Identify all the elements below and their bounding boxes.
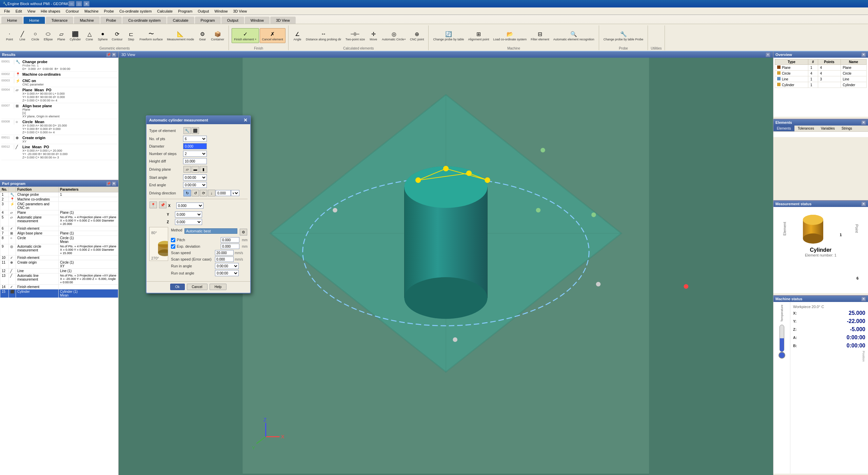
ribbon-tab-tolerance[interactable]: Tolerance bbox=[46, 17, 74, 24]
tool-twopoint[interactable]: ⊣⊢ Two-point size bbox=[344, 29, 367, 42]
3d-view-close-btn[interactable]: ✕ bbox=[766, 52, 770, 57]
drive-dir-4[interactable]: ↓ bbox=[208, 190, 215, 196]
results-content[interactable]: 00001 🔧 Change probe Probe No. 1 D+ 3.00… bbox=[0, 58, 118, 180]
tab-variables[interactable]: Variables bbox=[817, 126, 838, 131]
tool-filter[interactable]: ⊟ Filter element bbox=[529, 29, 551, 42]
menu-calculate[interactable]: Calculate bbox=[154, 8, 175, 14]
pp-row-5[interactable]: 5 ▱ Automatic plane measurement No.of Pt… bbox=[0, 215, 118, 226]
menu-view[interactable]: View bbox=[25, 8, 38, 14]
pp-row-9[interactable]: 9 ◎ Automatic circle measurement No.of P… bbox=[0, 244, 118, 255]
pp-row-15[interactable]: 15 ⬛ Cylinder Cylinder (1)Mean bbox=[0, 289, 118, 298]
num-steps-select[interactable]: 2 bbox=[183, 151, 207, 157]
ribbon-tab-machine[interactable]: Machine bbox=[74, 17, 100, 24]
tool-container[interactable]: 📦 Container bbox=[209, 29, 226, 42]
xyz-icon-2[interactable]: 📌 bbox=[159, 202, 166, 208]
ribbon-tab-active[interactable]: Home bbox=[23, 17, 45, 24]
exp-dev-checkbox[interactable] bbox=[171, 244, 175, 249]
measurement-status-close-btn[interactable]: ✕ bbox=[861, 202, 866, 206]
tool-cylinder[interactable]: ⬛ Cylinder bbox=[68, 29, 83, 42]
scan-speed-error-input[interactable] bbox=[215, 256, 234, 262]
type-icon-2[interactable]: ⬛ bbox=[192, 127, 199, 134]
tool-measurement-mode[interactable]: 📐 Measurement mode bbox=[165, 29, 196, 42]
tool-step[interactable]: ⊏ Step bbox=[125, 29, 137, 42]
z-input[interactable]: 0.000 bbox=[175, 219, 202, 225]
results-pin-btn[interactable]: 📌 bbox=[106, 52, 111, 57]
no-of-pts-select[interactable]: 6 bbox=[183, 136, 207, 142]
drive-dir-2[interactable]: ↺ bbox=[192, 190, 199, 196]
ribbon-tab-window[interactable]: Window bbox=[245, 17, 270, 24]
ribbon-tab-calculate[interactable]: Calculate bbox=[167, 17, 194, 24]
auto-cylinder-dialog[interactable]: Automatic cylinder measurement ✕ Type of… bbox=[146, 115, 251, 293]
pp-row-1[interactable]: 1 🔧 Change probe 1 bbox=[0, 192, 118, 197]
tool-sphere[interactable]: ● Sphere bbox=[96, 29, 110, 42]
partprogram-close-btn[interactable]: ✕ bbox=[112, 181, 116, 186]
plane-btn-1[interactable]: ▱ bbox=[183, 166, 191, 173]
tool-change-probe-table[interactable]: 🔄 Change probe by table bbox=[431, 29, 466, 42]
pp-row-3[interactable]: 3 ⚡ CNC parameters and CNC on bbox=[0, 202, 118, 210]
driving-dir-value[interactable] bbox=[216, 190, 231, 196]
tool-point[interactable]: · Point bbox=[3, 29, 16, 42]
pp-row-13[interactable]: 13 ╱ Automatic line measurement No.of Pt… bbox=[0, 273, 118, 285]
tool-cnc-point[interactable]: ⊕ CNC point bbox=[408, 29, 426, 42]
dialog-close-button[interactable]: ✕ bbox=[243, 117, 248, 123]
elements-close-btn[interactable]: ✕ bbox=[861, 120, 866, 125]
tool-alignment[interactable]: ⊞ Alignment point bbox=[467, 29, 491, 42]
pp-row-4[interactable]: 4 ▱ Plane Plane (1) bbox=[0, 210, 118, 215]
tool-move[interactable]: ✛ Move bbox=[367, 29, 379, 42]
run-in-select[interactable]: 0:00:00 bbox=[215, 263, 239, 269]
results-close-btn[interactable]: ✕ bbox=[112, 52, 116, 57]
ribbon-tab-3dview[interactable]: 3D View bbox=[270, 17, 296, 24]
minimize-button[interactable]: ─ bbox=[68, 1, 75, 6]
ribbon-tab-program[interactable]: Program bbox=[195, 17, 221, 24]
maximize-button[interactable]: □ bbox=[76, 1, 82, 6]
partprogram-content[interactable]: No. Function Parameters 1 🔧 Change probe… bbox=[0, 187, 118, 475]
pitch-input[interactable] bbox=[221, 237, 239, 243]
pp-row-6[interactable]: 6 ✓ Finish element bbox=[0, 226, 118, 231]
tool-cone[interactable]: △ Cone bbox=[83, 29, 96, 42]
pp-row-11[interactable]: 11 ⊕ Create origin Circle (1)XY bbox=[0, 260, 118, 269]
tool-distance[interactable]: ↔ Distance along probing dir bbox=[304, 29, 343, 42]
tool-auto-recognition[interactable]: 🔍 Automatic element recognition bbox=[552, 29, 596, 42]
method-settings[interactable]: ⚙ bbox=[240, 229, 247, 235]
tool-contour[interactable]: ⟳ Contour bbox=[110, 29, 124, 42]
close-button[interactable]: ✕ bbox=[83, 1, 90, 6]
y-input[interactable]: 0.000 bbox=[175, 211, 202, 217]
tool-finish-element[interactable]: ✓ Finish element + bbox=[232, 28, 259, 43]
end-angle-select[interactable]: 0:00:00 bbox=[183, 182, 207, 188]
plane-btn-3[interactable]: ▮ bbox=[200, 166, 207, 173]
pitch-checkbox[interactable] bbox=[171, 238, 175, 242]
menu-probe[interactable]: Probe bbox=[101, 8, 117, 14]
x-input[interactable]: 0.000 bbox=[176, 203, 203, 209]
machine-status-close-btn[interactable]: ✕ bbox=[861, 297, 866, 301]
ribbon-tab-probe[interactable]: Probe bbox=[100, 17, 122, 24]
type-icon-1[interactable]: 🔧 bbox=[183, 127, 191, 134]
pp-row-7[interactable]: 7 ⊞ Align base plane Plane (1) bbox=[0, 231, 118, 236]
tool-freeform[interactable]: 〜 Freeform surface bbox=[138, 29, 165, 42]
tool-line[interactable]: ╱ Line bbox=[16, 29, 28, 42]
menu-contour[interactable]: Contour bbox=[63, 8, 82, 14]
pp-row-14[interactable]: 14 ✓ Finish element bbox=[0, 285, 118, 289]
menu-file[interactable]: File bbox=[1, 8, 13, 14]
tab-strings[interactable]: Strings bbox=[838, 126, 855, 131]
menu-hile[interactable]: Hile shapes bbox=[38, 8, 63, 14]
menu-output[interactable]: Output bbox=[195, 8, 212, 14]
ribbon-tab-home[interactable]: Home bbox=[1, 17, 23, 24]
drive-dir-3[interactable]: ⟳ bbox=[200, 190, 207, 196]
menu-coordinate[interactable]: Co-ordinate system bbox=[117, 8, 154, 14]
drive-dir-1[interactable]: ↻ bbox=[183, 190, 191, 196]
ribbon-tab-output[interactable]: Output bbox=[221, 17, 244, 24]
tab-tolerances[interactable]: Tolerances bbox=[794, 126, 817, 131]
dialog-help-button[interactable]: Help bbox=[210, 284, 227, 290]
xyz-icon-1[interactable]: 📍 bbox=[150, 202, 157, 208]
driving-dir-select[interactable]: ▾ bbox=[231, 190, 239, 196]
dialog-cancel-button[interactable]: Cancel bbox=[187, 284, 208, 290]
dialog-ok-button[interactable]: Ok bbox=[170, 284, 185, 290]
menu-program[interactable]: Program bbox=[175, 8, 195, 14]
tool-probe-change[interactable]: 🔧 Change probe by table Probe bbox=[602, 29, 645, 42]
tool-circle[interactable]: ○ Circle bbox=[29, 29, 41, 42]
menu-machine[interactable]: Machine bbox=[82, 8, 101, 14]
tool-ellipse[interactable]: ⬭ Ellipse bbox=[42, 29, 55, 42]
run-out-select[interactable]: 0:00:00 bbox=[215, 270, 239, 276]
start-angle-select[interactable]: 0:00:00 bbox=[183, 174, 207, 180]
tool-plane[interactable]: ▱ Plane bbox=[55, 29, 67, 42]
